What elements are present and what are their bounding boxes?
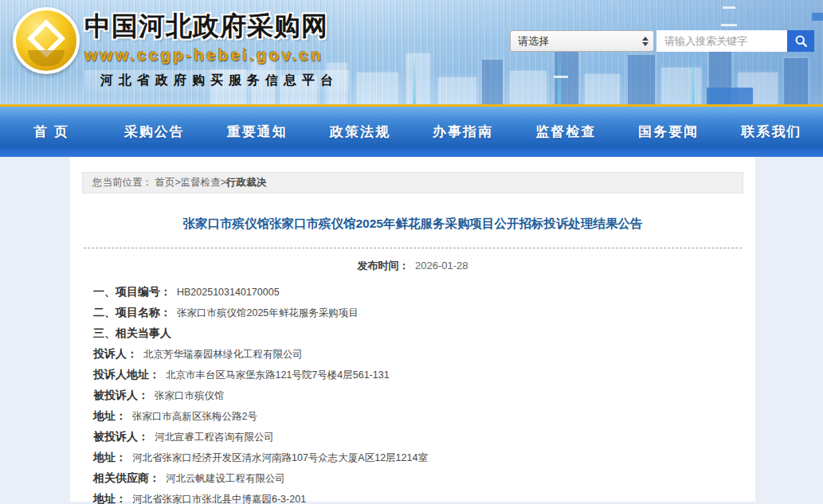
line-value: 河北省张家口经济开发区清水河南路107号众志大厦A区12层1214室 [132,452,428,463]
line-label: 被投诉人： [93,389,149,401]
line-label: 投诉人： [93,347,138,360]
publish-time-value: 2026-01-28 [415,260,468,272]
search-category-value: 请选择 [518,34,549,49]
nav-item-supervision[interactable]: 监督检查 [515,107,617,157]
line-label: 地址： [93,492,127,504]
line-value: 张家口市殡仪馆2025年鲜花服务采购项目 [177,307,359,318]
article-line: 三、相关当事人 [93,327,732,339]
line-value: 张家口市殡仪馆 [155,390,225,401]
header-square-decoration [707,88,753,107]
line-label: 三、相关当事人 [93,326,171,339]
line-label: 地址： [93,451,127,463]
publish-time-row: 发布时间： 2026-01-28 [82,259,743,273]
line-value: 河北云帆建设工程有限公司 [166,473,285,484]
article-line: 被投诉人：张家口市殡仪馆 [93,389,732,401]
line-value: HB2025103140170005 [177,287,280,298]
site-title: 中国河北政府采购网 [84,9,350,45]
page-background: 您当前位置： 首页>监督检查>行政裁决 张家口市殡仪馆张家口市殡仪馆2025年鲜… [0,157,823,502]
nav-item-policies[interactable]: 政策法规 [308,107,411,157]
search-category-select[interactable]: 请选择 [510,30,654,52]
breadcrumb-current: 行政裁决 [226,177,266,188]
breadcrumb-prefix: 您当前位置： [92,177,152,188]
nav-item-contact-us[interactable]: 联系我们 [720,107,823,157]
article-line: 二、项目名称：张家口市殡仪馆2025年鲜花服务采购项目 [93,307,732,318]
article-body: 一、项目编号：HB2025103140170005 二、项目名称：张家口市殡仪馆… [93,286,732,504]
article-line: 地址：河北省张家口市张北县中博嘉园6-3-201 [93,493,732,504]
line-value: 北京芳华瑞泰园林绿化工程有限公司 [143,349,303,360]
article-line: 被投诉人：河北宣睿工程咨询有限公司 [93,431,732,443]
site-subtitle: 河北省政府购买服务信息平台 [84,70,350,92]
article-title: 张家口市殡仪馆张家口市殡仪馆2025年鲜花服务采购项目公开招标投诉处理结果公告 [82,216,743,232]
search-input[interactable] [656,30,787,52]
publish-time-label: 发布时间： [357,260,409,272]
dashed-divider [84,248,742,248]
line-label: 相关供应商： [93,471,160,484]
site-logo-emblem[interactable] [13,7,80,74]
header-dash-decoration [554,76,568,78]
article-line: 地址：张家口市高新区张梅公路2号 [93,410,732,422]
header-dash-decoration [723,6,735,9]
article-line: 相关供应商：河北云帆建设工程有限公司 [93,472,732,484]
header-square-decoration [812,13,823,21]
nav-item-service-guide[interactable]: 办事指南 [412,107,515,157]
article-line: 投诉人地址：北京市丰台区马家堡东路121号院7号楼4层561-131 [93,369,732,381]
search-button[interactable] [787,30,814,52]
nav-item-state-news[interactable]: 国务要闻 [617,107,720,157]
site-url: www.ccgp-hebei.gov.cn [84,45,350,64]
line-value: 河北宣睿工程咨询有限公司 [155,432,274,443]
line-value: 河北省张家口市张北县中博嘉园6-3-201 [132,494,306,504]
select-spinner-icon [642,37,649,46]
line-value: 北京市丰台区马家堡东路121号院7号楼4层561-131 [166,369,390,381]
line-label: 一、项目编号： [93,285,171,298]
search-icon [794,34,808,48]
line-label: 地址： [93,409,127,422]
line-value: 张家口市高新区张梅公路2号 [132,411,257,422]
line-label: 被投诉人： [93,430,149,443]
main-nav: 首 页 采购公告 重要通知 政策法规 办事指南 监督检查 国务要闻 联系我们 [0,107,823,157]
site-header: 中国河北政府采购网 www.ccgp-hebei.gov.cn 河北省政府购买服… [0,0,823,107]
breadcrumb: 您当前位置： 首页>监督检查>行政裁决 [82,172,743,193]
search-bar: 请选择 [510,30,814,52]
article-line: 投诉人：北京芳华瑞泰园林绿化工程有限公司 [93,348,732,360]
article-line: 地址：河北省张家口经济开发区清水河南路107号众志大厦A区12层1214室 [93,451,732,463]
header-dash-decoration [721,24,737,26]
line-label: 投诉人地址： [93,368,160,381]
breadcrumb-path[interactable]: 首页>监督检查> [155,177,226,188]
line-label: 二、项目名称： [93,306,171,318]
nav-item-procurement-notices[interactable]: 采购公告 [103,107,206,157]
article-line: 一、项目编号：HB2025103140170005 [93,286,732,298]
nav-item-important-notices[interactable]: 重要通知 [206,107,308,157]
content-card: 您当前位置： 首页>监督检查>行政裁决 张家口市殡仪馆张家口市殡仪馆2025年鲜… [70,157,755,502]
nav-item-home[interactable]: 首 页 [0,107,103,157]
